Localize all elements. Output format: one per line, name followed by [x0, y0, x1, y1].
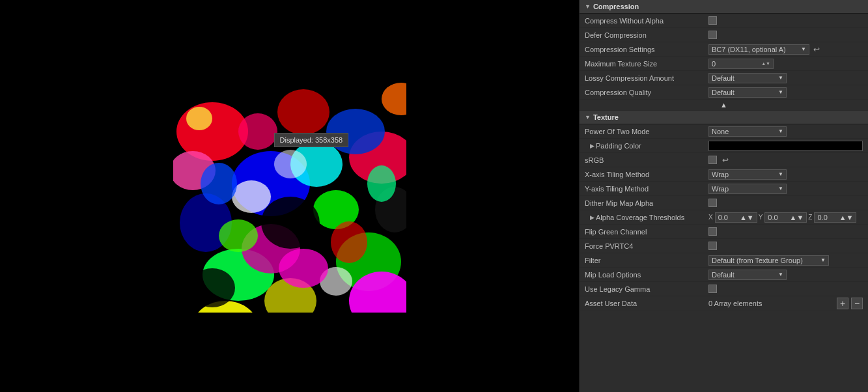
max-texture-size-value: 0 ▲▼: [708, 59, 863, 69]
compression-quality-dropdown[interactable]: Default ▼: [708, 87, 787, 98]
y-axis-tiling-value: Wrap ▼: [708, 184, 863, 194]
alpha-expand-icon: ▶: [590, 214, 595, 221]
alpha-x-field[interactable]: 0.0 ▲▼: [715, 212, 757, 223]
mip-load-dropdown[interactable]: Default ▼: [708, 270, 787, 280]
filter-label: Filter: [585, 257, 708, 264]
svg-point-29: [186, 107, 212, 130]
refresh-icon[interactable]: ↩: [813, 45, 820, 54]
svg-point-16: [232, 180, 271, 213]
x-label: X: [708, 214, 713, 221]
x-axis-tiling-value: Wrap ▼: [708, 169, 863, 180]
y-axis-tiling-dropdown[interactable]: Wrap ▼: [708, 184, 787, 194]
texture-section-title: Texture: [593, 113, 619, 121]
srgb-value: ↩: [708, 156, 863, 165]
max-texture-size-row: Maximum Texture Size 0 ▲▼: [580, 57, 868, 71]
texture-section-header[interactable]: ▼ Texture: [580, 111, 868, 124]
compress-without-alpha-checkbox[interactable]: [708, 16, 717, 25]
mip-load-label: Mip Load Options: [585, 271, 708, 279]
max-texture-size-label: Maximum Texture Size: [585, 60, 708, 68]
power-of-two-row: Power Of Two Mode None ▼: [580, 124, 868, 139]
alpha-y-arrows: ▲▼: [790, 214, 804, 221]
texture-canvas: Displayed: 358x358: [173, 79, 406, 313]
svg-point-22: [238, 113, 277, 150]
compression-settings-dropdown[interactable]: BC7 (DX11, optional A) ▼: [708, 44, 809, 55]
mip-load-arrow-icon: ▼: [778, 272, 783, 277]
compress-without-alpha-value: [708, 16, 863, 25]
num-field-arrows: ▲▼: [761, 61, 770, 66]
add-element-button[interactable]: +: [837, 298, 848, 309]
defer-compression-label: Defer Compression: [585, 31, 708, 39]
x-axis-tiling-dropdown[interactable]: Wrap ▼: [708, 169, 787, 180]
alpha-coverage-value: X 0.0 ▲▼ Y 0.0 ▲▼ Z 0.0 ▲▼: [708, 212, 863, 223]
max-texture-size-field[interactable]: 0 ▲▼: [708, 59, 774, 69]
power-dropdown-arrow-icon: ▼: [778, 128, 783, 134]
compress-without-alpha-label: Compress Without Alpha: [585, 17, 708, 25]
filter-dropdown[interactable]: Default (from Texture Group) ▼: [708, 255, 829, 266]
asset-user-data-row: Asset User Data 0 Array elements + −: [580, 296, 868, 311]
x-axis-tiling-label: X-axis Tiling Method: [585, 171, 708, 178]
y-axis-tiling-row: Y-axis Tiling Method Wrap ▼: [580, 182, 868, 196]
mip-load-value: Default ▼: [708, 270, 863, 280]
y-label: Y: [759, 214, 763, 221]
svg-point-20: [189, 268, 235, 307]
padding-expand-icon: ▶: [590, 143, 595, 149]
srgb-row: sRGB ↩: [580, 153, 868, 167]
padding-color-swatch[interactable]: [708, 141, 863, 151]
use-legacy-gamma-row: Use Legacy Gamma: [580, 282, 868, 296]
lossy-dropdown-arrow-icon: ▼: [778, 75, 783, 81]
alpha-coverage-row: ▶ Alpha Coverage Thresholds X 0.0 ▲▼ Y 0…: [580, 210, 868, 225]
asset-user-data-value: 0 Array elements + −: [708, 298, 863, 309]
compression-quality-value: Default ▼: [708, 87, 863, 98]
svg-point-28: [274, 150, 307, 178]
y-axis-arrow-icon: ▼: [778, 186, 783, 191]
lossy-compression-value: Default ▼: [708, 73, 863, 83]
padding-color-expand[interactable]: ▶ Padding Color: [585, 142, 708, 150]
filter-row: Filter Default (from Texture Group) ▼: [580, 253, 868, 268]
svg-point-18: [261, 197, 320, 249]
alpha-y-field[interactable]: 0.0 ▲▼: [764, 212, 807, 223]
texture-image: [173, 79, 406, 313]
y-axis-tiling-label: Y-axis Tiling Method: [585, 185, 708, 193]
force-pvrtc4-row: Force PVRTC4: [580, 239, 868, 253]
svg-point-25: [279, 249, 328, 288]
lossy-compression-row: Lossy Compression Amount Default ▼: [580, 71, 868, 85]
compression-collapse-icon: ▼: [585, 3, 591, 10]
alpha-z-arrows: ▲▼: [839, 214, 854, 221]
use-legacy-gamma-value: [708, 285, 863, 293]
xyz-field: X 0.0 ▲▼ Y 0.0 ▲▼ Z 0.0 ▲▼: [708, 212, 856, 223]
compression-section-title: Compression: [593, 3, 639, 10]
svg-point-5: [326, 109, 385, 154]
remove-element-button[interactable]: −: [851, 298, 863, 309]
power-of-two-label: Power Of Two Mode: [585, 128, 708, 135]
compress-without-alpha-row: Compress Without Alpha: [580, 14, 868, 28]
quality-dropdown-arrow-icon: ▼: [778, 89, 783, 95]
padding-color-value: [708, 141, 863, 151]
dither-mip-label: Dither Mip Map Alpha: [585, 199, 708, 207]
compression-section-header[interactable]: ▼ Compression: [580, 0, 868, 14]
add-remove-buttons: + −: [837, 298, 863, 309]
srgb-refresh-icon[interactable]: ↩: [722, 156, 729, 165]
use-legacy-gamma-checkbox[interactable]: [708, 285, 717, 293]
collapse-row[interactable]: ▲: [580, 100, 868, 111]
svg-point-27: [331, 221, 367, 263]
defer-compression-row: Defer Compression: [580, 28, 868, 42]
lossy-compression-label: Lossy Compression Amount: [585, 74, 708, 82]
collapse-icon: ▲: [720, 101, 727, 109]
alpha-z-field[interactable]: 0.0 ▲▼: [814, 212, 856, 223]
right-panel: ▼ Compression Compress Without Alpha Def…: [579, 0, 868, 392]
alpha-coverage-expand[interactable]: ▶ Alpha Coverage Thresholds: [585, 214, 708, 221]
dither-mip-checkbox[interactable]: [708, 199, 717, 207]
power-of-two-dropdown[interactable]: None ▼: [708, 126, 787, 137]
dropdown-arrow-icon: ▼: [801, 46, 806, 52]
compression-settings-value: BC7 (DX11, optional A) ▼ ↩: [708, 44, 863, 55]
alpha-coverage-label: ▶ Alpha Coverage Thresholds: [585, 214, 708, 221]
mip-load-row: Mip Load Options Default ▼: [580, 268, 868, 282]
defer-compression-value: [708, 31, 863, 39]
force-pvrtc4-checkbox[interactable]: [708, 242, 717, 250]
preview-area: Displayed: 358x358: [0, 0, 579, 392]
flip-green-checkbox[interactable]: [708, 227, 717, 236]
defer-compression-checkbox[interactable]: [708, 31, 717, 39]
srgb-checkbox[interactable]: [708, 156, 717, 164]
compression-quality-label: Compression Quality: [585, 89, 708, 96]
lossy-compression-dropdown[interactable]: Default ▼: [708, 73, 787, 83]
